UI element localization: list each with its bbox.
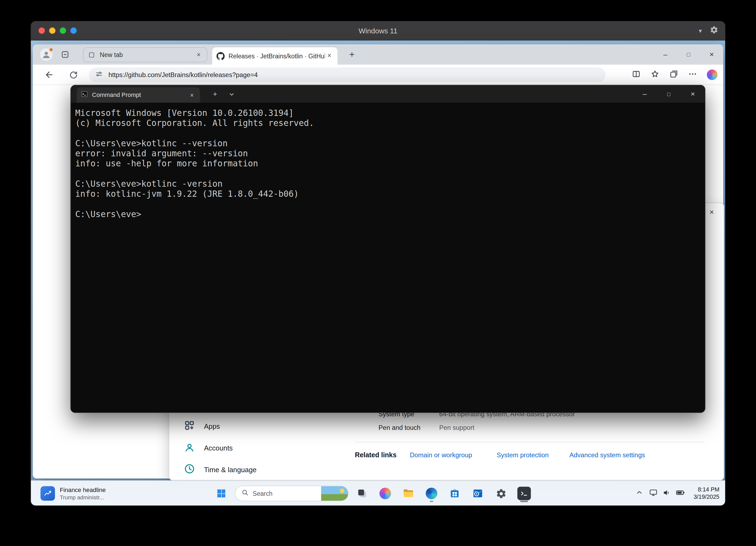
tray-chevron-up-icon[interactable] [635, 489, 643, 499]
related-links-title: Related links [355, 451, 397, 459]
new-terminal-tab-button[interactable]: + [210, 89, 220, 99]
taskbar-center: Search [212, 484, 534, 503]
apps-icon [184, 420, 195, 433]
copilot-icon[interactable] [707, 69, 717, 80]
spec-label: Pen and touch [379, 424, 421, 431]
terminal-line: (c) Microsoft Corporation. All rights re… [75, 118, 700, 128]
close-button[interactable]: × [700, 44, 723, 65]
tab-close-icon[interactable]: × [188, 91, 196, 99]
address-bar[interactable]: https://github.com/JetBrains/kotlin/rele… [89, 68, 606, 82]
maximize-button[interactable]: □ [677, 44, 700, 65]
minimize-button[interactable]: – [633, 85, 657, 103]
tab-new-tab[interactable]: New tab × [83, 47, 207, 62]
split-screen-icon[interactable] [632, 69, 641, 80]
dropdown-arrow-icon[interactable]: ▼ [698, 28, 703, 34]
tab-actions-menu-icon[interactable] [61, 50, 69, 59]
tab-github-releases[interactable]: Releases · JetBrains/kotlin · GitHub × [212, 47, 337, 65]
settings-nav: Apps Accounts Time & language [179, 415, 333, 480]
copilot-taskbar-icon[interactable] [376, 484, 395, 503]
accounts-icon [184, 441, 195, 454]
terminal-window: Command Prompt × + – □ × Microsoft Windo… [71, 85, 706, 413]
terminal-tab-dropdown-icon[interactable] [226, 89, 237, 99]
weather-thumbnail[interactable] [321, 486, 348, 501]
link-domain-or-workgroup[interactable]: Domain or workgroup [410, 452, 472, 459]
terminal-line [75, 128, 700, 138]
sidebar-item-time-language[interactable]: Time & language [179, 459, 333, 480]
tray-status-icons[interactable] [649, 488, 685, 499]
widget-headline: Finance headline [60, 486, 105, 494]
terminal-line: error: invalid argument: --version [75, 148, 700, 158]
clock-icon [184, 463, 195, 476]
url-text[interactable]: https://github.com/JetBrains/kotlin/rele… [108, 71, 258, 78]
notification-dot [49, 47, 54, 52]
command-prompt-icon [81, 90, 88, 100]
terminal-window-controls: – □ × [633, 85, 705, 103]
link-advanced-system-settings[interactable]: Advanced system settings [569, 452, 645, 459]
refresh-button[interactable] [68, 69, 79, 81]
new-tab-button[interactable]: + [346, 49, 358, 60]
terminal-tab-title: Command Prompt [92, 92, 184, 98]
browser-toolbar-icons [632, 65, 717, 85]
divider [355, 442, 704, 442]
widgets-button[interactable]: Finance headline Trump administr... [36, 484, 111, 503]
terminal-output[interactable]: Microsoft Windows [Version 10.0.26100.31… [71, 103, 705, 413]
close-button[interactable]: × [681, 85, 705, 103]
terminal-line: C:\Users\eve>kotlinc -version [75, 179, 700, 189]
github-icon [216, 52, 225, 60]
collections-icon[interactable] [669, 69, 678, 80]
browser-tabstrip: New tab × Releases · JetBrains/kotlin · … [33, 44, 723, 65]
maximize-button[interactable]: □ [657, 85, 681, 103]
outlook-icon[interactable] [468, 484, 488, 503]
terminal-line [75, 199, 700, 209]
search-box[interactable]: Search [235, 486, 349, 501]
battery-icon [675, 488, 685, 499]
microsoft-store-icon[interactable] [445, 484, 464, 503]
minimize-button[interactable]: – [654, 44, 677, 65]
clock-time: 8:14 PM [694, 486, 719, 494]
terminal-titlebar: Command Prompt × + – □ × [71, 85, 705, 103]
screen: Windows 11 ▼ [0, 0, 756, 546]
task-view-button[interactable] [353, 484, 372, 503]
tab-close-icon[interactable]: × [325, 52, 334, 60]
volume-icon [662, 489, 670, 499]
page-icon [87, 50, 96, 59]
terminal-prompt-line: C:\Users\eve> [75, 209, 700, 219]
windows-desktop: New tab × Releases · JetBrains/kotlin · … [31, 40, 725, 505]
terminal-line: info: use -help for more information [75, 159, 700, 169]
taskbar: Finance headline Trump administr... Sear… [31, 480, 725, 505]
clock-date: 3/19/2025 [694, 493, 719, 501]
favorites-star-icon[interactable] [651, 69, 660, 80]
terminal-line: Microsoft Windows [Version 10.0.26100.31… [75, 108, 700, 118]
network-icon [649, 488, 658, 499]
tab-label: Releases · JetBrains/kotlin · GitHub [229, 52, 325, 60]
sidebar-item-apps[interactable]: Apps [179, 415, 333, 437]
sidebar-item-label: Time & language [204, 466, 257, 473]
tab-label: New tab [100, 51, 194, 58]
sidebar-item-label: Accounts [204, 444, 233, 452]
tab-close-icon[interactable]: × [194, 50, 203, 59]
system-tray: 8:14 PM 3/19/2025 [635, 481, 719, 506]
back-button[interactable] [43, 69, 55, 81]
terminal-line: info: kotlinc-jvm 1.9.22 (JRE 1.8.0_442-… [75, 189, 700, 199]
terminal-line [75, 169, 700, 179]
terminal-line: C:\Users\eve>kotlinc --version [75, 138, 700, 148]
start-button[interactable] [212, 484, 231, 503]
edge-taskbar-icon[interactable] [422, 484, 441, 503]
vm-titlebar: Windows 11 ▼ [31, 21, 725, 40]
more-options-icon[interactable] [688, 69, 697, 80]
sidebar-item-label: Apps [204, 422, 220, 430]
vm-settings-gear-icon[interactable] [710, 25, 718, 36]
spec-value: Pen support [439, 424, 474, 431]
link-system-protection[interactable]: System protection [496, 452, 549, 459]
vm-window-title: Windows 11 [31, 21, 725, 40]
settings-close-button[interactable]: × [704, 205, 719, 219]
search-placeholder: Search [253, 490, 273, 497]
sidebar-item-accounts[interactable]: Accounts [179, 437, 333, 459]
site-info-icon[interactable] [95, 70, 103, 79]
search-icon [241, 489, 249, 499]
terminal-tab[interactable]: Command Prompt × [77, 87, 200, 103]
settings-taskbar-icon[interactable] [491, 484, 511, 503]
file-explorer-icon[interactable] [399, 484, 418, 503]
terminal-taskbar-icon[interactable] [514, 484, 534, 503]
taskbar-clock[interactable]: 8:14 PM 3/19/2025 [694, 486, 719, 501]
